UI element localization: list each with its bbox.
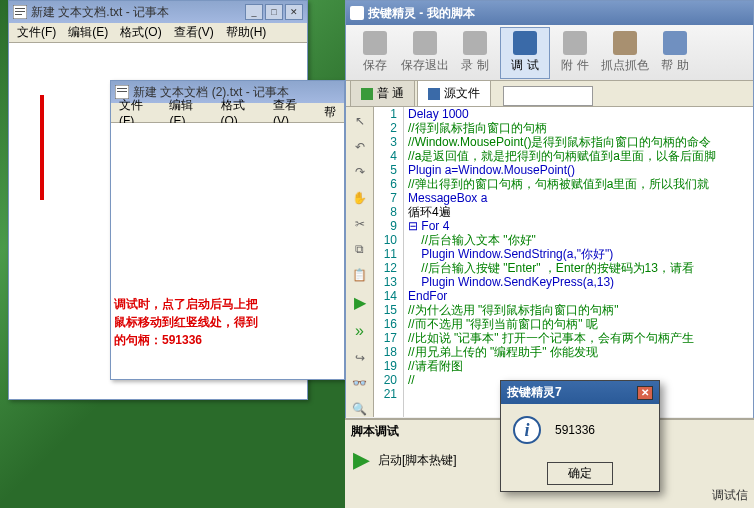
- toolbar-label: 调 试: [511, 57, 538, 74]
- debug-button[interactable]: 调 试: [500, 27, 550, 79]
- annotation-line2: 鼠标移动到红竖线处，得到: [114, 313, 344, 331]
- notepad1-menubar: 文件(F) 编辑(E) 格式(O) 查看(V) 帮助(H): [9, 23, 307, 43]
- tab-normal[interactable]: 普 通: [350, 80, 415, 106]
- menu-help[interactable]: 帮: [318, 102, 342, 123]
- code-line-16[interactable]: //为什么选用 "得到鼠标指向窗口的句柄": [408, 303, 753, 317]
- app-icon: [350, 6, 364, 20]
- code-line-9[interactable]: ⊟ For 4: [408, 219, 753, 233]
- code-line-3[interactable]: //Window.MousePoint()是得到鼠标指向窗口的句柄的命令: [408, 135, 753, 149]
- editor-area: ↖ ↶ ↷ ✋ ✂ ⧉ 📋 ▶ » ↪ 👓 🔍 1234567891011121…: [346, 107, 753, 417]
- code-line-1[interactable]: Delay 1000: [408, 107, 753, 121]
- help-button[interactable]: 帮 助: [650, 27, 700, 79]
- code-line-4[interactable]: //a是返回值，就是把得到的句柄赋值到a里面，以备后面脚: [408, 149, 753, 163]
- help-button-icon: [663, 31, 687, 55]
- menu-format[interactable]: 格式(O): [114, 22, 167, 43]
- menu-help[interactable]: 帮助(H): [220, 22, 273, 43]
- undo-icon[interactable]: ↶: [350, 139, 370, 155]
- main-toolbar: 保存保存退出录 制调 试附 件抓点抓色帮 助: [346, 25, 753, 81]
- attachment-button-icon: [563, 31, 587, 55]
- toolbar-label: 保存: [363, 57, 387, 74]
- annotation-line3: 的句柄：591336: [114, 331, 344, 349]
- toolbar-label: 抓点抓色: [601, 57, 649, 74]
- search-icon[interactable]: 🔍: [350, 401, 370, 417]
- code-editor[interactable]: 123456789101112131415161718192021 Delay …: [374, 107, 753, 417]
- attachment-button[interactable]: 附 件: [550, 27, 600, 79]
- arrow-icon[interactable]: ↖: [350, 113, 370, 129]
- minimize-button[interactable]: _: [245, 4, 263, 20]
- debug-info-label: 调试信: [712, 488, 748, 502]
- code-line-20[interactable]: //请看附图: [408, 359, 753, 373]
- record-button[interactable]: 录 制: [450, 27, 500, 79]
- code-line-12[interactable]: //后台输入按键 "Enter" ，Enter的按键码为13，请看: [408, 261, 753, 275]
- pick-color-button-icon: [613, 31, 637, 55]
- hand-icon[interactable]: ✋: [350, 190, 370, 206]
- tab-source[interactable]: 源文件: [417, 80, 491, 106]
- menu-edit[interactable]: 编辑(E): [62, 22, 114, 43]
- step-icon[interactable]: ↪: [350, 350, 370, 366]
- binoculars-icon[interactable]: 👓: [350, 376, 370, 392]
- svg-rect-2: [15, 11, 25, 12]
- info-icon: i: [513, 416, 541, 444]
- maximize-button[interactable]: □: [265, 4, 283, 20]
- tab-normal-label: 普 通: [377, 85, 404, 102]
- code-line-18[interactable]: //比如说 "记事本" 打开一个记事本，会有两个句柄产生: [408, 331, 753, 345]
- editor-tabs: 普 通 源文件: [346, 81, 753, 107]
- code-lines[interactable]: Delay 1000//得到鼠标指向窗口的句柄//Window.MousePoi…: [404, 107, 753, 417]
- pick-color-button[interactable]: 抓点抓色: [600, 27, 650, 79]
- msgbox-value: 591336: [555, 423, 595, 437]
- tab-source-icon: [428, 88, 440, 100]
- code-line-7[interactable]: MessageBox a: [408, 191, 753, 205]
- app-title: 按键精灵 - 我的脚本: [368, 5, 749, 22]
- vertical-toolbar: ↖ ↶ ↷ ✋ ✂ ⧉ 📋 ▶ » ↪ 👓 🔍: [346, 107, 374, 417]
- code-line-2[interactable]: //得到鼠标指向窗口的句柄: [408, 121, 753, 135]
- close-button[interactable]: ✕: [285, 4, 303, 20]
- fast-forward-icon[interactable]: »: [350, 322, 370, 340]
- code-line-6[interactable]: //弹出得到的窗口句柄，句柄被赋值到a里面，所以我们就: [408, 177, 753, 191]
- copy-icon[interactable]: ⧉: [350, 242, 370, 258]
- code-line-13[interactable]: Plugin Window.SendKeyPress(a,13): [408, 275, 753, 289]
- play-icon[interactable]: ▶: [350, 293, 370, 312]
- svg-rect-1: [15, 8, 25, 9]
- cut-icon[interactable]: ✂: [350, 216, 370, 232]
- debug-button-icon: [513, 31, 537, 55]
- toolbar-label: 附 件: [561, 57, 588, 74]
- paste-icon[interactable]: 📋: [350, 267, 370, 283]
- save-exit-button[interactable]: 保存退出: [400, 27, 450, 79]
- notepad1-titlebar[interactable]: 新建 文本文档.txt - 记事本 _ □ ✕: [9, 1, 307, 23]
- ok-button[interactable]: 确定: [547, 462, 613, 485]
- tab-normal-icon: [361, 88, 373, 100]
- redo-icon[interactable]: ↷: [350, 164, 370, 180]
- code-line-19[interactable]: //用兄弟上传的 "编程助手" 你能发现: [408, 345, 753, 359]
- code-line-8[interactable]: 循环4遍: [408, 205, 753, 219]
- tab-dropdown[interactable]: [503, 86, 593, 106]
- save-exit-button-icon: [413, 31, 437, 55]
- line-gutter: 123456789101112131415161718192021: [374, 107, 404, 417]
- launch-button[interactable]: 启动[脚本热键]: [378, 452, 457, 469]
- msgbox-titlebar[interactable]: 按键精灵7 ✕: [501, 381, 659, 404]
- notepad-icon: [13, 5, 27, 19]
- code-line-11[interactable]: Plugin Window.SendString(a,"你好"): [408, 247, 753, 261]
- svg-rect-3: [15, 14, 22, 15]
- notepad2-menubar: 文件(F) 编辑(E) 格式(O) 查看(V) 帮: [111, 103, 344, 123]
- notepad1-title: 新建 文本文档.txt - 记事本: [31, 4, 245, 21]
- toolbar-label: 保存退出: [401, 57, 449, 74]
- save-button[interactable]: 保存: [350, 27, 400, 79]
- svg-rect-5: [117, 88, 127, 89]
- code-line-5[interactable]: Plugin a=Window.MousePoint(): [408, 163, 753, 177]
- close-icon[interactable]: ✕: [637, 386, 653, 400]
- tab-source-label: 源文件: [444, 85, 480, 102]
- code-line-17[interactable]: //而不选用 "得到当前窗口的句柄" 呢: [408, 317, 753, 331]
- svg-rect-6: [117, 91, 127, 92]
- code-line-10[interactable]: //后台输入文本 "你好": [408, 233, 753, 247]
- toolbar-label: 帮 助: [661, 57, 688, 74]
- menu-view[interactable]: 查看(V): [168, 22, 220, 43]
- code-line-14[interactable]: EndFor: [408, 289, 753, 303]
- annotation-line1: 调试时，点了启动后马上把: [114, 295, 344, 313]
- red-vertical-line: [40, 95, 44, 200]
- menu-file[interactable]: 文件(F): [11, 22, 62, 43]
- toolbar-label: 录 制: [461, 57, 488, 74]
- msgbox-title: 按键精灵7: [507, 384, 562, 401]
- record-button-icon: [463, 31, 487, 55]
- app-titlebar[interactable]: 按键精灵 - 我的脚本: [346, 1, 753, 25]
- debug-play-icon[interactable]: ▶: [353, 447, 370, 473]
